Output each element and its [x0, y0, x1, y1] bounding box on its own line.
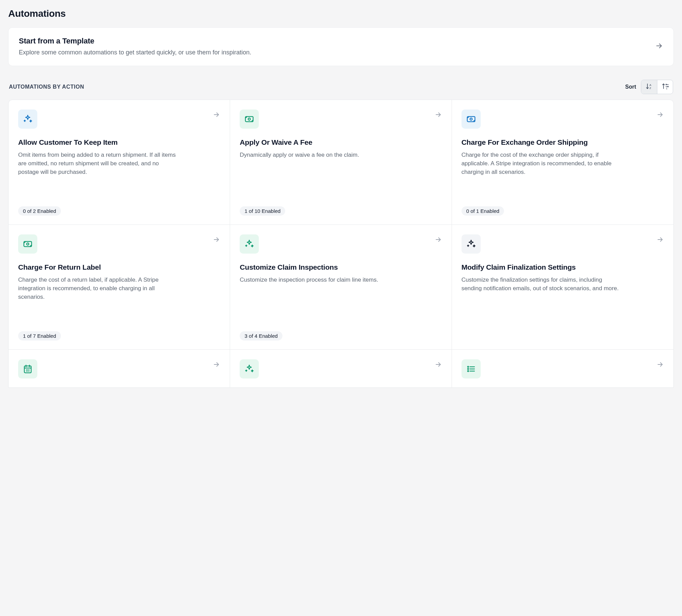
automation-card[interactable]: Apply Or Waive A FeeDynamically apply or… — [230, 100, 452, 225]
arrow-right-icon — [434, 236, 442, 245]
page-title: Automations — [8, 8, 674, 19]
automation-card-title: Charge For Return Label — [18, 262, 176, 272]
calendar-icon — [18, 359, 37, 378]
automation-card[interactable]: Allow Customer To Keep ItemOmit items fr… — [9, 100, 230, 225]
automation-card[interactable] — [452, 350, 673, 387]
arrow-right-icon — [213, 361, 220, 370]
sort-controls: Sort — [625, 80, 673, 94]
arrow-right-icon — [656, 111, 664, 120]
sparkles-icon — [240, 359, 259, 378]
arrow-right-icon — [213, 111, 220, 120]
arrow-right-icon — [656, 361, 664, 370]
automation-card-title: Allow Customer To Keep Item — [18, 138, 176, 147]
automation-card-title: Charge For Exchange Order Shipping — [462, 138, 619, 147]
enabled-badge: 0 of 1 Enabled — [462, 206, 504, 216]
automation-card-title: Customize Claim Inspections — [240, 262, 397, 272]
enabled-badge: 1 of 10 Enabled — [240, 206, 285, 216]
sparkles-icon — [462, 234, 481, 254]
money-icon — [462, 110, 481, 129]
automation-card[interactable]: Customize Claim InspectionsCustomize the… — [230, 225, 452, 350]
automation-card[interactable]: Charge For Exchange Order ShippingCharge… — [452, 100, 673, 225]
arrow-right-icon — [656, 236, 664, 245]
enabled-badge: 0 of 2 Enabled — [18, 206, 61, 216]
automation-card[interactable] — [9, 350, 230, 387]
arrow-right-icon — [655, 42, 663, 51]
automation-card-desc: Charge the cost of a return label, if ap… — [18, 276, 176, 324]
template-card-text: Start from a Template Explore some commo… — [19, 37, 251, 56]
automation-card[interactable]: Modify Claim Finalization SettingsCustom… — [452, 225, 673, 350]
automations-grid: Allow Customer To Keep ItemOmit items fr… — [8, 100, 674, 388]
automation-card-title: Apply Or Waive A Fee — [240, 138, 397, 147]
arrow-right-icon — [434, 111, 442, 120]
sort-custom-icon — [661, 82, 669, 91]
automation-card-desc: Omit items from being added to a return … — [18, 151, 176, 200]
sort-custom-button[interactable] — [657, 80, 673, 94]
money-icon — [18, 234, 37, 254]
sort-alpha-icon — [645, 82, 653, 91]
automation-card-desc: Customize the finalization settings for … — [462, 276, 619, 341]
automation-card-desc: Customize the inspection process for cla… — [240, 276, 397, 324]
enabled-badge: 1 of 7 Enabled — [18, 331, 61, 341]
template-card-desc: Explore some common automations to get s… — [19, 49, 251, 56]
automation-card[interactable] — [230, 350, 452, 387]
automation-card[interactable]: Charge For Return LabelCharge the cost o… — [9, 225, 230, 350]
template-card-title: Start from a Template — [19, 37, 251, 46]
section-label: AUTOMATIONS BY ACTION — [9, 84, 84, 90]
money-icon — [240, 110, 259, 129]
automation-card-title: Modify Claim Finalization Settings — [462, 262, 619, 272]
template-card[interactable]: Start from a Template Explore some commo… — [8, 27, 674, 66]
sparkles-icon — [18, 110, 37, 129]
sort-alpha-button[interactable] — [641, 80, 657, 94]
automation-card-desc: Dynamically apply or waive a fee on the … — [240, 151, 397, 200]
enabled-badge: 3 of 4 Enabled — [240, 331, 282, 341]
arrow-right-icon — [213, 236, 220, 245]
sort-label: Sort — [625, 84, 636, 90]
automation-card-desc: Charge for the cost of the exchange orde… — [462, 151, 619, 200]
sparkles-icon — [240, 234, 259, 254]
list-icon — [462, 359, 481, 378]
arrow-right-icon — [434, 361, 442, 370]
